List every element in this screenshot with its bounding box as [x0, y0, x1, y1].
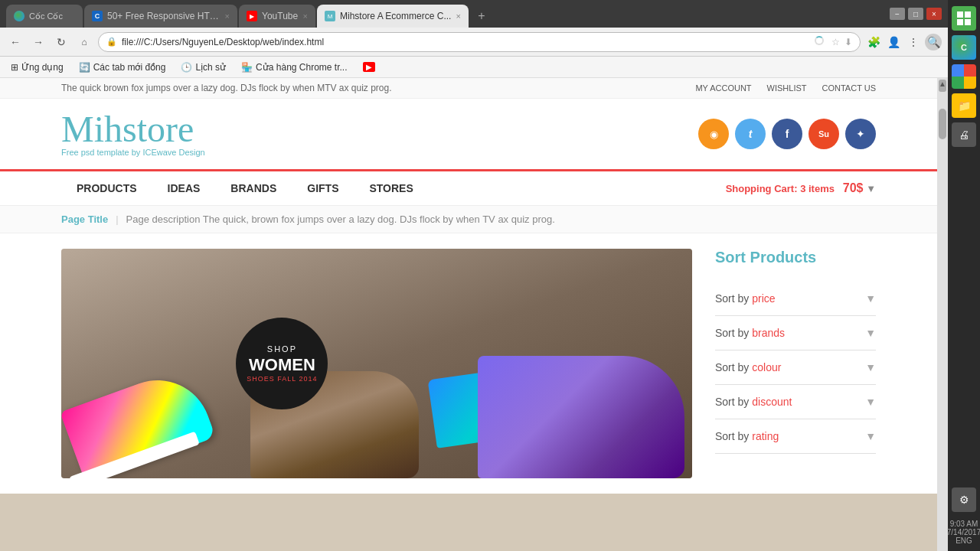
page-scroll: The quick brown fox jumps over a lazy do… [0, 78, 937, 551]
cart-info[interactable]: Shopping Cart: 3 items 70$ ▼ [726, 181, 876, 195]
bookmark-store[interactable]: 🏪 Cửa hàng Chrome tr... [237, 60, 351, 74]
breadcrumb-separator: | [116, 214, 118, 225]
account-icon[interactable]: 👤 [885, 34, 902, 51]
store-icon: 🏪 [241, 62, 253, 73]
chrome-icon[interactable] [952, 64, 976, 89]
nav-ideas[interactable]: IDEAS [152, 171, 216, 205]
nav-links: PRODUCTS IDEAS BRANDS GIFTS STORES [61, 171, 429, 205]
browser-toolbar: ← → ↻ ⌂ 🔒 file:///C:/Users/NguyenLe/Desk… [0, 28, 948, 57]
printer-icon[interactable]: 🖨 [952, 122, 976, 147]
hero-section: SHOP WOMEN SHOES FALL 2014 [61, 249, 692, 478]
bookmark-store-label: Cửa hàng Chrome tr... [256, 62, 347, 73]
bookmark-apps-label: Ứng dụng [21, 62, 64, 73]
back-button[interactable]: ← [6, 33, 24, 51]
tab-free-htm[interactable]: C 50+ Free Responsive HTM... × [84, 5, 237, 28]
forward-button[interactable]: → [29, 33, 47, 51]
nav-products[interactable]: PRODUCTS [61, 171, 152, 205]
bookmark-tabs[interactable]: 🔄 Các tab mới đồng [74, 60, 171, 74]
extensions-icon[interactable]: 🧩 [865, 34, 882, 51]
cart-dropdown-icon[interactable]: ▼ [866, 183, 876, 194]
rss-icon[interactable]: ◉ [698, 119, 729, 149]
nav-stores[interactable]: STORES [354, 171, 428, 205]
sort-discount-label: Sort by discount [715, 396, 792, 408]
lock-icon: 🔒 [106, 37, 117, 47]
bookmark-history[interactable]: 🕒 Lịch sử [176, 60, 230, 74]
sort-brands[interactable]: Sort by brands ▼ [715, 316, 876, 350]
apps-icon: ⊞ [11, 62, 18, 73]
sort-price-label: Sort by price [715, 292, 776, 305]
nav-brands[interactable]: BRANDS [215, 171, 292, 205]
tab-youtube-label: YouTube [262, 11, 299, 21]
bookmark-star-icon[interactable]: ☆ [831, 37, 840, 47]
twitter-icon[interactable]: t [735, 119, 766, 149]
logo[interactable]: Mihstore [61, 111, 205, 148]
stumbleupon-icon[interactable]: Su [808, 119, 839, 149]
sort-price[interactable]: Sort by price ▼ [715, 282, 876, 316]
tab-youtube-close[interactable]: × [303, 11, 308, 21]
download-icon[interactable]: ⬇ [844, 37, 852, 47]
sort-discount[interactable]: Sort by discount ▼ [715, 385, 876, 419]
badge-sub-text: SHOES FALL 2014 [247, 375, 317, 383]
sort-colour[interactable]: Sort by colour ▼ [715, 350, 876, 385]
browser-main: Cốc Cốc C 50+ Free Responsive HTM... × ▶… [0, 0, 948, 551]
scroll-up-button[interactable]: ▲ [939, 80, 946, 92]
more-menu-icon[interactable]: ⋮ [905, 34, 922, 51]
breadcrumb-title[interactable]: Page Title [61, 214, 108, 225]
reload-button[interactable]: ↻ [52, 33, 70, 51]
top-bar: The quick brown fox jumps over a lazy do… [0, 78, 937, 99]
address-bar[interactable]: 🔒 file:///C:/Users/NguyenLe/Desktop/web/… [98, 32, 861, 52]
coccoc-icon[interactable]: C [952, 35, 976, 60]
top-bar-links: MY ACCOUNT WISHLIST CONTACT US [695, 83, 876, 93]
my-account-link[interactable]: MY ACCOUNT [695, 83, 751, 93]
sort-price-highlight: price [752, 292, 775, 305]
title-bar: Cốc Cốc C 50+ Free Responsive HTM... × ▶… [0, 0, 948, 28]
nav-gifts[interactable]: GIFTS [292, 171, 354, 205]
scrollbar-thumb[interactable] [939, 109, 946, 139]
search-icon[interactable]: 🔍 [925, 34, 942, 51]
sort-discount-prefix: Sort by [715, 396, 752, 408]
sort-rating[interactable]: Sort by rating ▼ [715, 419, 876, 454]
header: Mihstore Free psd template by ICEwave De… [0, 99, 937, 169]
tab-free-htm-close[interactable]: × [225, 11, 230, 21]
badge-shop-text: SHOP [267, 344, 297, 354]
contact-us-link[interactable]: CONTACT US [822, 83, 877, 93]
svg-rect-2 [957, 19, 963, 25]
scrollbar[interactable]: ▲ [937, 78, 948, 551]
tab-mihstore-label: Mihstore A Ecommerce C... [340, 11, 451, 21]
bookmark-youtube[interactable]: ▶ [358, 60, 380, 73]
bookmark-apps[interactable]: ⊞ Ứng dụng [6, 60, 68, 74]
tab-free-htm-label: 50+ Free Responsive HTM... [107, 11, 220, 21]
tab-mihstore[interactable]: M Mihstore A Ecommerce C... × [317, 5, 469, 28]
os-logo-icon[interactable] [952, 6, 976, 31]
home-button[interactable]: ⌂ [75, 33, 93, 51]
svg-rect-3 [965, 19, 971, 25]
tab-free-htm-favicon: C [92, 11, 103, 21]
tab-coccoc[interactable]: Cốc Cốc [6, 5, 83, 28]
tab-youtube[interactable]: ▶ YouTube × [239, 5, 315, 28]
sort-price-arrow-icon: ▼ [865, 292, 876, 305]
os-date-display: 7/14/2017 [947, 528, 980, 536]
svg-rect-1 [965, 11, 971, 18]
myspace-icon[interactable]: ✦ [845, 119, 876, 149]
folder-icon[interactable]: 📁 [952, 93, 976, 118]
tab-mihstore-close[interactable]: × [456, 11, 460, 21]
restore-button[interactable]: □ [908, 8, 923, 20]
top-bar-marquee: The quick brown fox jumps over a lazy do… [61, 83, 392, 93]
minimize-button[interactable]: − [890, 8, 905, 20]
breadcrumb-description: Page description The quick, brown fox ju… [126, 214, 555, 225]
sort-brands-label: Sort by brands [715, 327, 785, 339]
nav-bar: PRODUCTS IDEAS BRANDS GIFTS STORES Shopp… [0, 169, 937, 206]
wishlist-link[interactable]: WISHLIST [767, 83, 807, 93]
cart-label: Shopping Cart: [726, 183, 798, 194]
new-tab-button[interactable]: + [470, 5, 493, 28]
close-button[interactable]: × [926, 8, 942, 20]
bookmark-history-label: Lịch sử [195, 62, 226, 73]
coccoc-favicon-icon [14, 11, 24, 21]
cart-items: 3 items [800, 183, 835, 194]
tab-youtube-favicon: ▶ [247, 11, 257, 21]
settings-icon[interactable]: ⚙ [952, 487, 976, 512]
facebook-icon[interactable]: f [772, 119, 802, 149]
sort-rating-label: Sort by rating [715, 430, 779, 442]
sort-title: Sort Products [715, 249, 876, 266]
cart-total: 70$ [843, 181, 864, 194]
